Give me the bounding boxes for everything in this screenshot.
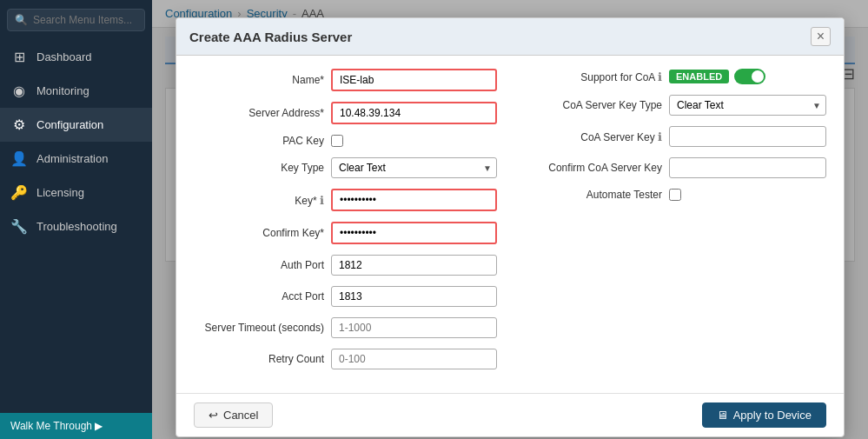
support-coa-label: Support for CoA ℹ (523, 70, 662, 83)
confirm-key-label: Confirm Key* (194, 227, 324, 239)
pac-key-checkbox[interactable] (331, 135, 343, 147)
coa-key-type-select-wrap: Clear Text Encrypted ▼ (669, 95, 826, 116)
walk-me-label: Walk Me Through ▶ (10, 420, 103, 432)
automate-tester-row: Automate Tester (523, 189, 826, 201)
pac-key-label: PAC Key (194, 135, 324, 147)
coa-server-key-input[interactable] (669, 126, 826, 147)
coa-server-key-row: CoA Server Key ℹ (523, 126, 826, 147)
support-coa-info-icon: ℹ (658, 70, 662, 83)
key-type-select-wrap: Clear Text Encrypted ▼ (331, 157, 497, 178)
apply-button[interactable]: 🖥 Apply to Device (702, 402, 826, 428)
modal-footer: ↩ Cancel 🖥 Apply to Device (176, 393, 844, 436)
name-row: Name* (194, 69, 497, 91)
sidebar-item-label: Troubleshooting (36, 220, 117, 233)
automate-tester-checkbox[interactable] (669, 189, 681, 201)
apply-icon: 🖥 (717, 409, 728, 422)
support-coa-toggle[interactable] (734, 69, 765, 84)
acct-port-label: Acct Port (194, 290, 324, 303)
walk-me-button[interactable]: Walk Me Through ▶ (0, 413, 152, 439)
auth-port-input[interactable] (331, 255, 497, 276)
confirm-coa-server-key-label: Confirm CoA Server Key (523, 162, 662, 174)
create-radius-server-modal: Create AAA Radius Server × Name* Server … (176, 17, 845, 437)
sidebar-item-monitoring[interactable]: ◉ Monitoring (0, 74, 152, 108)
auth-port-row: Auth Port (194, 255, 497, 276)
name-label: Name* (194, 74, 324, 86)
modal-title: Create AAA Radius Server (189, 30, 352, 44)
automate-tester-label: Automate Tester (523, 189, 662, 201)
form-left: Name* Server Address* PAC Key Key Type (194, 69, 497, 380)
dashboard-icon: ⊞ (10, 49, 28, 65)
key-type-label: Key Type (194, 162, 324, 174)
auth-port-label: Auth Port (194, 259, 324, 271)
main-area: Configuration › Security - AAA Server Co… (152, 0, 868, 439)
pac-key-row: PAC Key (194, 135, 497, 147)
retry-count-input[interactable] (331, 349, 497, 369)
sidebar-item-troubleshooting[interactable]: 🔧 Troubleshooting (0, 210, 152, 243)
search-icon: 🔍 (15, 14, 28, 26)
sidebar-item-administration[interactable]: 👤 Administration (0, 142, 152, 176)
sidebar: 🔍 ⊞ Dashboard ◉ Monitoring ⚙ Configurati… (0, 0, 152, 439)
modal-overlay: Create AAA Radius Server × Name* Server … (152, 0, 868, 439)
coa-key-type-row: CoA Server Key Type Clear Text Encrypted… (523, 95, 826, 116)
cancel-button[interactable]: ↩ Cancel (194, 402, 273, 428)
server-timeout-row: Server Timeout (seconds) (194, 317, 497, 338)
cancel-label: Cancel (223, 409, 258, 422)
apply-label: Apply to Device (733, 409, 812, 422)
confirm-key-input[interactable] (331, 222, 497, 244)
acct-port-input[interactable] (331, 286, 497, 307)
confirm-coa-server-key-input[interactable] (669, 157, 826, 178)
sidebar-item-label: Licensing (36, 186, 84, 199)
retry-count-label: Retry Count (194, 353, 324, 365)
sidebar-item-configuration[interactable]: ⚙ Configuration (0, 108, 152, 142)
server-address-label: Server Address* (194, 107, 324, 119)
key-info-icon: ℹ (320, 194, 324, 207)
monitoring-icon: ◉ (10, 83, 28, 99)
modal-body: Name* Server Address* PAC Key Key Type (176, 56, 844, 393)
sidebar-item-label: Dashboard (36, 50, 92, 63)
key-type-select[interactable]: Clear Text Encrypted (331, 157, 497, 178)
coa-key-type-select[interactable]: Clear Text Encrypted (669, 95, 826, 116)
acct-port-row: Acct Port (194, 286, 497, 307)
confirm-key-row: Confirm Key* (194, 222, 497, 244)
sidebar-item-licensing[interactable]: 🔑 Licensing (0, 176, 152, 210)
troubleshooting-icon: 🔧 (10, 218, 28, 235)
name-input[interactable] (331, 69, 497, 91)
server-timeout-input[interactable] (331, 317, 497, 338)
confirm-coa-server-key-row: Confirm CoA Server Key (523, 157, 826, 178)
sidebar-item-label: Configuration (36, 118, 103, 131)
coa-key-type-label: CoA Server Key Type (523, 99, 662, 111)
key-row: Key* ℹ (194, 189, 497, 211)
sidebar-item-dashboard[interactable]: ⊞ Dashboard (0, 40, 152, 74)
key-label: Key* ℹ (194, 194, 324, 207)
server-address-input[interactable] (331, 102, 497, 124)
search-bar[interactable]: 🔍 (7, 9, 145, 31)
server-timeout-label: Server Timeout (seconds) (194, 322, 324, 334)
key-type-row: Key Type Clear Text Encrypted ▼ (194, 157, 497, 178)
configuration-icon: ⚙ (10, 116, 28, 133)
support-coa-row: Support for CoA ℹ ENABLED (523, 69, 826, 84)
support-coa-toggle-wrap[interactable]: ENABLED (669, 69, 765, 84)
modal-close-button[interactable]: × (811, 27, 831, 46)
coa-server-key-info-icon: ℹ (658, 130, 662, 143)
key-input[interactable] (331, 189, 497, 211)
cancel-icon: ↩ (209, 409, 218, 422)
search-input[interactable] (33, 14, 137, 26)
sidebar-item-label: Monitoring (36, 84, 89, 97)
licensing-icon: 🔑 (10, 184, 28, 201)
support-coa-enabled-label: ENABLED (669, 70, 729, 83)
modal-header: Create AAA Radius Server × (176, 18, 844, 56)
server-address-row: Server Address* (194, 102, 497, 124)
retry-count-row: Retry Count (194, 349, 497, 369)
sidebar-item-label: Administration (36, 152, 108, 165)
administration-icon: 👤 (10, 150, 28, 167)
coa-server-key-label: CoA Server Key ℹ (523, 130, 662, 143)
form-right: Support for CoA ℹ ENABLED CoA Server Key… (523, 69, 826, 380)
